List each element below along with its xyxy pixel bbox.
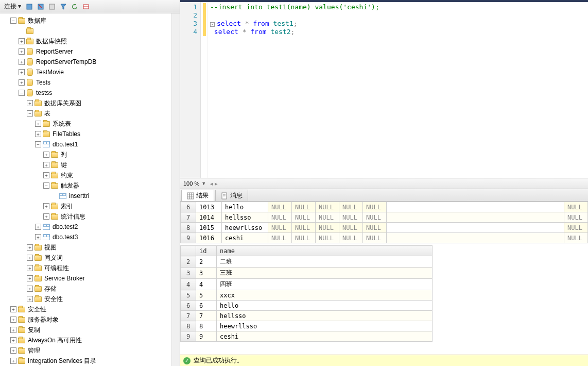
expander-icon[interactable]: + <box>35 224 41 230</box>
column-header[interactable]: name <box>217 246 433 256</box>
tree-item[interactable]: +统计信息 <box>0 211 180 222</box>
code-area[interactable]: --insert into test1(name) values('ceshi'… <box>208 2 382 178</box>
expander-icon[interactable]: − <box>10 18 16 24</box>
tree-item[interactable]: +存储 <box>0 284 180 294</box>
tree-item[interactable]: +安全性 <box>0 304 180 314</box>
cell[interactable]: 4 <box>196 279 217 290</box>
cell[interactable]: NULL <box>292 202 316 212</box>
tree-item[interactable]: +可编程性 <box>0 263 180 273</box>
tree-item[interactable]: −触发器 <box>0 180 180 191</box>
cell[interactable]: NULL <box>268 223 292 233</box>
expander-icon[interactable]: + <box>10 317 16 323</box>
cell[interactable]: xxcx <box>217 290 433 301</box>
tree-item[interactable]: +列 <box>0 149 180 160</box>
cell[interactable]: hellsso <box>217 311 433 321</box>
tree-item[interactable]: −testss <box>0 88 180 98</box>
cell[interactable]: ceshi <box>217 331 433 342</box>
expander-icon[interactable]: + <box>10 306 16 312</box>
cell[interactable]: 7 <box>196 311 217 321</box>
tree-item[interactable]: +安全性 <box>0 294 180 304</box>
cell[interactable]: 四班 <box>217 279 433 290</box>
tree-item[interactable]: +同义词 <box>0 253 180 263</box>
sql-editor[interactable]: 1234 --insert into test1(name) values('c… <box>180 0 588 178</box>
cell[interactable]: hellsso <box>222 212 268 223</box>
cell[interactable]: 1015 <box>196 223 222 233</box>
expander-icon[interactable]: + <box>19 48 25 55</box>
cell[interactable]: NULL <box>339 202 363 212</box>
expander-icon[interactable]: + <box>27 265 33 271</box>
cell[interactable]: 1016 <box>196 233 222 243</box>
row-number[interactable]: 2 <box>181 256 196 268</box>
refresh-icon[interactable] <box>70 2 80 12</box>
tree-item[interactable]: +TestMovie <box>0 67 180 77</box>
tree-item[interactable]: +ReportServer <box>0 46 180 57</box>
toolbar-btn-1[interactable] <box>24 2 34 12</box>
cell[interactable]: NULL <box>268 212 292 223</box>
cell[interactable]: 9 <box>196 331 217 342</box>
expander-icon[interactable]: + <box>19 59 25 65</box>
cell[interactable]: 三班 <box>217 268 433 279</box>
tab-messages[interactable]: 消息 <box>215 190 248 201</box>
cell[interactable]: NULL <box>292 223 316 233</box>
row-number[interactable]: 7 <box>181 311 196 321</box>
zoom-dropdown-icon[interactable]: ▼ <box>201 181 206 186</box>
expander-icon[interactable]: + <box>43 213 49 220</box>
cell[interactable]: NULL <box>316 202 339 212</box>
cell[interactable]: 1014 <box>196 212 222 223</box>
expander-icon[interactable]: + <box>10 358 16 364</box>
cell[interactable] <box>387 223 564 233</box>
tree-item[interactable]: +FileTables <box>0 129 180 139</box>
tree-item[interactable]: +dbo.test3 <box>0 232 180 242</box>
expander-icon[interactable]: + <box>27 296 33 302</box>
expander-icon[interactable]: + <box>35 131 41 137</box>
row-number[interactable]: 3 <box>181 268 196 279</box>
cell[interactable]: NULL <box>363 202 387 212</box>
cell[interactable]: heewrllsso <box>222 223 268 233</box>
row-number[interactable]: 9 <box>181 331 196 342</box>
cell[interactable]: NULL <box>268 233 292 243</box>
expander-icon[interactable]: + <box>19 38 25 44</box>
tree-item[interactable]: +Service Broker <box>0 273 180 284</box>
row-number[interactable]: 9 <box>181 233 196 243</box>
cell[interactable]: NULL <box>564 202 588 212</box>
connect-dropdown[interactable]: 连接 ▾ <box>2 2 23 11</box>
expander-icon[interactable]: + <box>10 327 16 333</box>
expander-icon[interactable]: − <box>35 141 41 147</box>
cell[interactable]: 二班 <box>217 256 433 268</box>
cell[interactable]: 1013 <box>196 202 222 212</box>
cell[interactable] <box>387 202 564 212</box>
cell[interactable]: 3 <box>196 268 217 279</box>
tree-item[interactable]: +系统表 <box>0 119 180 129</box>
cell[interactable]: NULL <box>292 233 316 243</box>
cell[interactable]: NULL <box>564 212 588 223</box>
cell[interactable]: 6 <box>196 301 217 311</box>
tree-item[interactable]: +键 <box>0 160 180 170</box>
expander-icon[interactable]: + <box>43 152 49 158</box>
row-number[interactable]: 7 <box>181 212 196 223</box>
expander-icon[interactable]: + <box>27 100 33 106</box>
cell[interactable] <box>387 233 564 243</box>
cell[interactable]: hello <box>217 301 433 311</box>
cell[interactable]: 5 <box>196 290 217 301</box>
tree-item[interactable]: +服务器对象 <box>0 314 180 325</box>
tree-item[interactable]: +约束 <box>0 170 180 180</box>
expander-icon[interactable]: + <box>10 337 16 343</box>
stop-icon[interactable] <box>47 2 57 12</box>
row-number[interactable]: 6 <box>181 301 196 311</box>
tree-item[interactable]: +数据库关系图 <box>0 98 180 108</box>
cell[interactable]: 8 <box>196 321 217 331</box>
expander-icon[interactable]: + <box>27 286 33 292</box>
cell[interactable]: hello <box>222 202 268 212</box>
cell[interactable]: NULL <box>339 223 363 233</box>
toolbar-btn-6[interactable] <box>81 2 91 12</box>
cell[interactable]: NULL <box>339 233 363 243</box>
column-header[interactable] <box>181 246 196 256</box>
tree-item[interactable]: +AlwaysOn 高可用性 <box>0 335 180 345</box>
results-panel[interactable]: 61013helloNULLNULLNULLNULLNULLNULL71014h… <box>180 202 588 355</box>
tree-item[interactable]: inserttri <box>0 191 180 201</box>
cell[interactable]: NULL <box>339 212 363 223</box>
tree-item[interactable]: −表 <box>0 108 180 119</box>
tree-item[interactable]: +Integration Services 目录 <box>0 356 180 366</box>
expander-icon[interactable]: + <box>43 172 49 178</box>
expander-icon[interactable]: − <box>27 110 33 117</box>
